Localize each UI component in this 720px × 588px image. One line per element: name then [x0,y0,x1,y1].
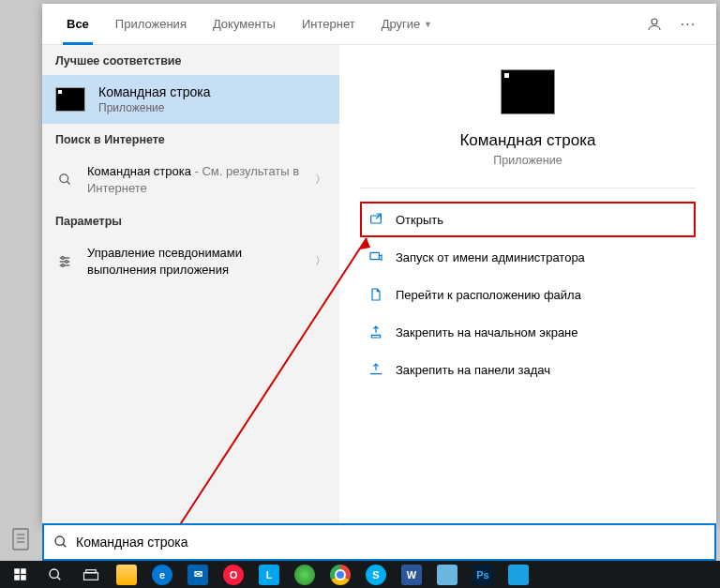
settings-slider-icon [55,254,74,269]
admin-icon [368,249,384,265]
taskbar: e ✉ O L S W Ps [0,561,720,588]
action-open-location-label: Перейти к расположению файла [396,288,581,302]
more-options-icon[interactable]: ··· [671,8,705,41]
action-open-label: Открыть [396,213,443,227]
svg-rect-23 [21,575,26,580]
app-l-icon[interactable]: L [251,561,287,588]
notepad-icon[interactable] [429,561,465,588]
results-column: Лучшее соответствие Командная строка При… [42,45,339,523]
action-open-location[interactable]: Перейти к расположению файла [360,277,696,312]
action-pin-taskbar[interactable]: Закрепить на панели задач [360,352,696,387]
svg-point-6 [62,256,65,259]
edge-icon[interactable]: e [144,561,180,588]
section-header-web: Поиск в Интернете [42,124,339,154]
action-list: Открыть Запуск от имени администратора П… [360,202,696,387]
task-view-icon[interactable] [73,561,109,588]
chevron-right-icon: 〉 [315,253,326,269]
svg-rect-14 [13,529,28,550]
action-pin-start-label: Закрепить на начальном экране [396,325,578,339]
browser-green-icon[interactable] [287,561,322,588]
tab-all[interactable]: Все [53,4,102,45]
tab-internet[interactable]: Интернет [289,4,368,45]
pin-taskbar-icon [368,361,384,378]
preview-subtitle: Приложение [360,154,696,167]
tab-documents[interactable]: Документы [200,4,289,45]
taskbar-search-icon[interactable] [38,561,73,588]
preview-header: Командная строка Приложение [360,64,696,167]
svg-point-1 [59,174,68,183]
section-header-best-match: Лучшее соответствие [42,45,339,75]
best-match-subtitle: Приложение [98,101,210,114]
svg-line-25 [57,577,60,580]
tab-other[interactable]: Другие ▼ [368,4,445,45]
svg-rect-27 [86,569,97,572]
action-run-admin[interactable]: Запуск от имени администратора [360,239,696,275]
mail-icon[interactable]: ✉ [180,561,216,588]
feedback-icon[interactable] [638,8,671,41]
start-search-panel: Все Приложения Документы Интернет Другие… [42,4,716,523]
skype-icon[interactable]: S [358,561,394,588]
svg-point-7 [66,260,68,263]
preview-title: Командная строка [360,131,696,150]
folder-icon [368,286,384,303]
svg-point-0 [652,19,657,24]
pin-start-icon [368,324,384,340]
chrome-icon[interactable] [322,561,358,588]
preview-column: Командная строка Приложение Открыть Запу… [339,45,716,523]
panel-body: Лучшее соответствие Командная строка При… [42,45,716,523]
action-pin-start[interactable]: Закрепить на начальном экране [360,314,696,350]
preview-thumb-icon [501,69,555,114]
svg-point-8 [62,264,65,266]
svg-point-24 [50,569,58,578]
search-input[interactable] [76,535,705,550]
opera-icon[interactable]: O [216,561,251,588]
settings-item[interactable]: Управление псевдонимами выполнения прило… [42,235,339,287]
word-icon[interactable]: W [394,561,429,588]
app-blue-icon[interactable] [501,561,536,588]
open-icon [368,211,384,228]
svg-rect-26 [84,572,98,580]
svg-line-2 [67,181,69,184]
document-icon[interactable] [11,527,30,551]
search-box[interactable] [42,523,716,561]
search-icon [55,173,74,187]
divider [360,188,696,188]
tab-apps[interactable]: Приложения [102,4,200,45]
section-header-settings: Параметры [42,205,339,235]
svg-point-18 [55,536,64,545]
best-match-title: Командная строка [98,84,210,99]
svg-rect-22 [14,575,20,580]
best-match-item[interactable]: Командная строка Приложение [42,75,339,124]
action-pin-taskbar-label: Закрепить на панели задач [396,363,550,377]
action-run-admin-label: Запуск от имени администратора [396,250,585,264]
svg-rect-9 [371,216,382,223]
svg-rect-21 [21,568,26,574]
svg-line-19 [63,544,66,547]
settings-item-text: Управление псевдонимами выполнения прило… [87,245,302,278]
cmd-thumb-icon [55,87,85,112]
web-search-item[interactable]: Командная строка - См. результаты в Инте… [42,154,339,205]
web-item-text: Командная строка - См. результаты в Инте… [87,163,302,196]
action-open[interactable]: Открыть [360,202,696,237]
photoshop-icon[interactable]: Ps [465,561,501,588]
search-icon [53,535,68,550]
svg-rect-11 [370,252,379,259]
svg-line-10 [376,214,381,219]
start-button[interactable] [2,561,38,588]
svg-rect-20 [14,568,20,574]
chevron-right-icon: 〉 [315,172,326,188]
search-tabs: Все Приложения Документы Интернет Другие… [42,4,716,45]
file-explorer-icon[interactable] [109,561,144,588]
